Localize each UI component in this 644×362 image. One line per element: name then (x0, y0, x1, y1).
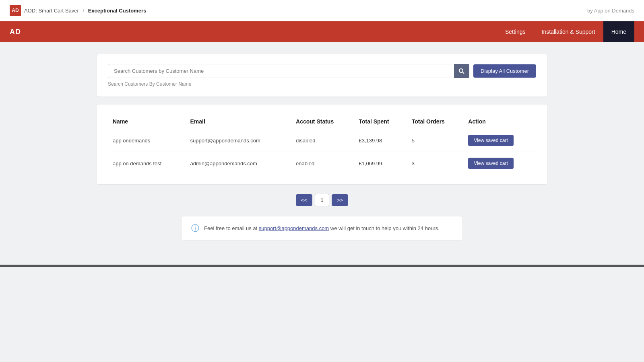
cell-orders-1: 3 (407, 152, 464, 175)
content-area: Display All Customer Search Customers By… (80, 42, 564, 253)
pagination: << 1 >> (97, 194, 547, 206)
cell-spent-0: £3,139.98 (354, 129, 407, 152)
cell-email-1: admin@appondemands.com (185, 152, 291, 175)
view-saved-cart-button-1[interactable]: View saved cart (468, 158, 514, 169)
footer-email-link[interactable]: support@appondemands.com (259, 225, 329, 231)
view-saved-cart-button-0[interactable]: View saved cart (468, 135, 514, 146)
breadcrumb: AOD: Smart Cart Saver / Exceptional Cust… (24, 8, 146, 14)
nav-settings[interactable]: Settings (497, 21, 534, 42)
search-icon (458, 68, 465, 74)
pagination-next[interactable]: >> (332, 194, 348, 206)
nav-installation-support[interactable]: Installation & Support (534, 21, 603, 42)
cell-orders-0: 5 (407, 129, 464, 152)
cell-spent-1: £1,069.99 (354, 152, 407, 175)
breadcrumb-separator: / (83, 8, 84, 14)
search-panel: Display All Customer Search Customers By… (97, 54, 547, 97)
main-nav: AD Settings Installation & Support Home (0, 21, 644, 42)
table-row: app ondemands support@appondemands.com d… (108, 129, 536, 152)
col-action: Action (463, 114, 536, 129)
footer-info: ⓘ Feel free to email us at support@appon… (181, 216, 463, 241)
pagination-prev[interactable]: << (296, 194, 312, 206)
col-email: Email (185, 114, 291, 129)
cell-action-1: View saved cart (463, 152, 536, 175)
table-row: app on demands test admin@appondemands.c… (108, 152, 536, 175)
search-input-wrapper (108, 64, 469, 78)
brand-logo-small: AD (10, 5, 21, 16)
svg-point-0 (459, 69, 463, 72)
footer-message: Feel free to email us at support@apponde… (204, 225, 440, 231)
pagination-current[interactable]: 1 (315, 194, 329, 206)
breadcrumb-parent: AOD: Smart Cart Saver (24, 8, 79, 14)
col-account-status: Accout Status (291, 114, 354, 129)
col-name: Name (108, 114, 185, 129)
display-all-button[interactable]: Display All Customer (473, 64, 536, 78)
search-input[interactable] (108, 64, 469, 78)
breadcrumb-left: AD AOD: Smart Cart Saver / Exceptional C… (10, 5, 146, 16)
footer-message-post: we will get in touch to help you within … (329, 225, 440, 231)
search-hint: Search Customers By Customer Name (108, 81, 536, 87)
customers-table: Name Email Accout Status Total Spent Tot… (108, 114, 536, 175)
nav-links: Settings Installation & Support Home (497, 21, 634, 42)
nav-logo: AD (10, 28, 21, 36)
svg-line-1 (462, 72, 464, 74)
col-total-orders: Total Orders (407, 114, 464, 129)
cell-status-1: enabled (291, 152, 354, 175)
table-panel: Name Email Accout Status Total Spent Tot… (97, 105, 547, 184)
nav-home[interactable]: Home (603, 21, 634, 42)
cell-name-1: app on demands test (108, 152, 185, 175)
table-header-row: Name Email Accout Status Total Spent Tot… (108, 114, 536, 129)
info-icon: ⓘ (191, 223, 199, 234)
cell-status-0: disabled (291, 129, 354, 152)
cell-name-0: app ondemands (108, 129, 185, 152)
cell-action-0: View saved cart (463, 129, 536, 152)
footer-message-pre: Feel free to email us at (204, 225, 259, 231)
search-button[interactable] (454, 64, 469, 78)
breadcrumb-bar: AD AOD: Smart Cart Saver / Exceptional C… (0, 0, 644, 21)
search-row: Display All Customer (108, 64, 536, 78)
breadcrumb-by: by App on Demands (587, 8, 634, 14)
breadcrumb-current: Exceptional Customers (88, 8, 147, 14)
bottom-border (0, 265, 644, 267)
cell-email-0: support@appondemands.com (185, 129, 291, 152)
col-total-spent: Total Spent (354, 114, 407, 129)
